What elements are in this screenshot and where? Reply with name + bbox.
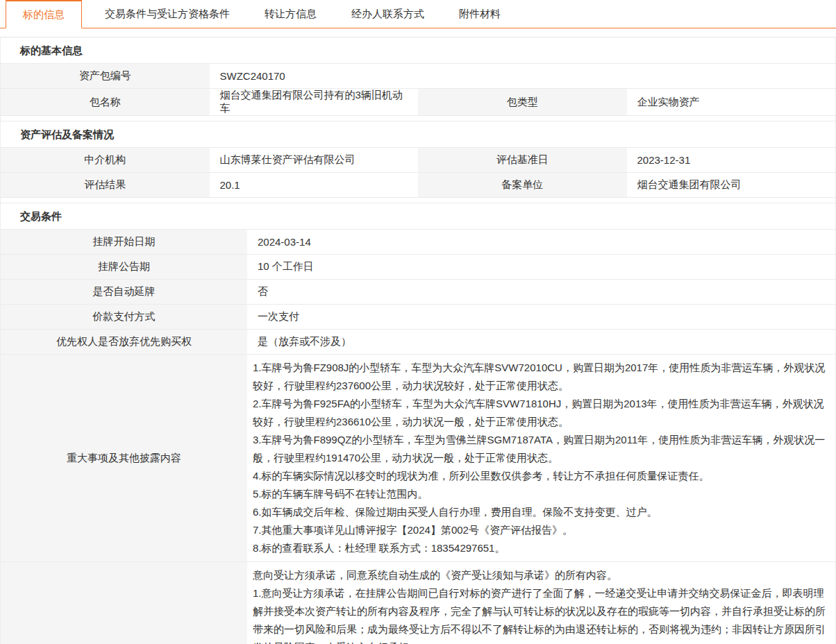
field-label-preemptive-right-waiver: 优先权人是否放弃优先购买权 (1, 330, 247, 354)
table-row: 中介机构 山东博莱仕资产评估有限公司 评估基准日 2023-12-31 (1, 148, 835, 173)
field-label-agency: 中介机构 (1, 148, 210, 172)
field-label-package-type: 包类型 (418, 89, 627, 115)
table-row: 重大事项及其他披露内容 1.车牌号为鲁FZ908J的小型轿车，车型为大众汽车牌S… (1, 355, 835, 562)
field-value-package-number: SWZC240170 (210, 64, 836, 88)
field-value-evaluation-result: 20.1 (210, 173, 419, 197)
table-row: 包名称 烟台交通集团有限公司持有的3辆旧机动车 包类型 企业实物资产 (1, 89, 835, 116)
field-value-package-name: 烟台交通集团有限公司持有的3辆旧机动车 (210, 89, 419, 115)
table-row: 挂牌公告期 10 个工作日 (1, 255, 835, 280)
table-row: 是否自动延牌 否 (1, 280, 835, 305)
table-row: 资产包编号 SWZC240170 (1, 64, 835, 89)
table-row: 意向受让方须承诺，同意系统自动生成的《资产受让须知与承诺》的所有内容。 1.意向… (1, 562, 835, 644)
field-label-filing-unit: 备案单位 (418, 173, 627, 197)
field-label-listing-start-date: 挂牌开始日期 (1, 230, 247, 254)
table-row: 价款支付方式 一次支付 (1, 305, 835, 330)
section-title-basic-info: 标的基本信息 (1, 37, 835, 64)
section-title-evaluation: 资产评估及备案情况 (1, 121, 835, 148)
field-label-announcement-period: 挂牌公告期 (1, 255, 247, 279)
tab-bar: 标的信息 交易条件与受让方资格条件 转让方信息 经办人联系方式 附件材料 (0, 0, 836, 28)
field-value-major-disclosure: 1.车牌号为鲁FZ908J的小型轿车，车型为大众汽车牌SVW72010CU，购置… (247, 355, 835, 561)
field-value-announcement-period: 10 个工作日 (247, 255, 835, 279)
field-value-package-type: 企业实物资产 (627, 89, 836, 115)
field-value-evaluation-base-date: 2023-12-31 (627, 148, 836, 172)
field-value-agency: 山东博莱仕资产评估有限公司 (210, 148, 419, 172)
field-label-transferee-commitment (1, 562, 247, 644)
content-area: 标的基本信息 资产包编号 SWZC240170 包名称 烟台交通集团有限公司持有… (0, 37, 836, 644)
field-value-auto-extension: 否 (247, 280, 835, 304)
field-value-payment-method: 一次支付 (247, 305, 835, 329)
field-label-payment-method: 价款支付方式 (1, 305, 247, 329)
section-divider (1, 198, 835, 203)
tab-trade-conditions[interactable]: 交易条件与受让方资格条件 (93, 0, 242, 28)
field-label-package-name: 包名称 (1, 89, 210, 115)
tab-transferor-info[interactable]: 转让方信息 (253, 0, 328, 28)
section-title-trade-conditions: 交易条件 (1, 203, 835, 230)
field-value-filing-unit: 烟台交通集团有限公司 (627, 173, 836, 197)
field-value-transferee-commitment: 意向受让方须承诺，同意系统自动生成的《资产受让须知与承诺》的所有内容。 1.意向… (247, 562, 835, 644)
tab-agent-contact[interactable]: 经办人联系方式 (340, 0, 436, 28)
tab-attachments[interactable]: 附件材料 (447, 0, 512, 28)
field-label-major-disclosure: 重大事项及其他披露内容 (1, 355, 247, 561)
field-value-preemptive-right-waiver: 是（放弃或不涉及） (247, 330, 835, 354)
asset-listing-page: 标的信息 交易条件与受让方资格条件 转让方信息 经办人联系方式 附件材料 标的基… (0, 0, 836, 644)
section-divider (1, 116, 835, 121)
section-trade-conditions: 交易条件 挂牌开始日期 2024-03-14 挂牌公告期 10 个工作日 是否自… (1, 203, 835, 644)
field-label-evaluation-result: 评估结果 (1, 173, 210, 197)
field-label-auto-extension: 是否自动延牌 (1, 280, 247, 304)
field-label-package-number: 资产包编号 (1, 64, 210, 88)
field-value-listing-start-date: 2024-03-14 (247, 230, 835, 254)
table-row: 挂牌开始日期 2024-03-14 (1, 230, 835, 255)
table-row: 评估结果 20.1 备案单位 烟台交通集团有限公司 (1, 173, 835, 198)
field-label-evaluation-base-date: 评估基准日 (418, 148, 627, 172)
tab-target-info[interactable]: 标的信息 (6, 0, 82, 28)
table-row: 优先权人是否放弃优先购买权 是（放弃或不涉及） (1, 330, 835, 355)
